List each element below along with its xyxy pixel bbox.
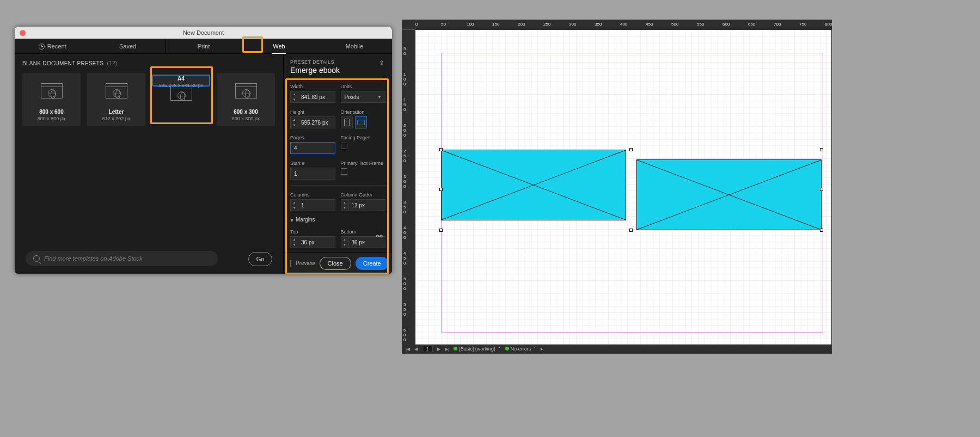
margin-top-label: Top [290, 229, 335, 235]
frame-x-icon [637, 160, 821, 230]
tab-recent[interactable]: Recent [15, 39, 90, 54]
import-icon[interactable]: ⇪ [379, 59, 384, 67]
category-tabs: Recent Saved Print Web Mobile [15, 39, 392, 54]
ruler-tick: 450 [646, 22, 653, 27]
stock-search[interactable]: Find more templates on Adobe Stock [26, 251, 218, 266]
selection-handle[interactable] [820, 229, 823, 232]
clock-icon [39, 44, 45, 50]
close-button[interactable]: Close [320, 257, 351, 270]
orientation-landscape[interactable] [355, 116, 367, 128]
selection-handle[interactable] [439, 188, 443, 191]
start-label: Start # [290, 161, 335, 166]
page-icon [41, 83, 63, 99]
status-dot-icon [454, 347, 457, 350]
tab-mobile[interactable]: Mobile [317, 39, 392, 54]
pages-input[interactable]: 4 [290, 142, 335, 154]
stepper-icon[interactable]: ▲▼ [341, 237, 349, 248]
vertical-ruler[interactable]: 50100150200250300350400450500550600 [402, 30, 415, 344]
image-frame-1[interactable] [441, 150, 626, 220]
page-icon [106, 83, 127, 99]
height-input[interactable]: ▲▼595.276 px [290, 116, 335, 128]
stepper-icon[interactable]: ▲▼ [291, 200, 298, 211]
nav-next-icon[interactable]: ▶ [437, 347, 440, 352]
status-menu-icon[interactable]: ▸ [541, 346, 543, 352]
ruler-tick: 500 [403, 276, 406, 291]
page-icon [170, 85, 192, 101]
columns-input[interactable]: ▲▼1 [290, 199, 335, 211]
horizontal-ruler[interactable]: 0501001502002503003504004505005506006507… [415, 20, 831, 30]
ruler-tick: 200 [403, 123, 406, 138]
ruler-tick: 200 [518, 22, 525, 27]
selection-handle[interactable] [629, 229, 633, 232]
margins-heading[interactable]: ▶Margins [290, 217, 385, 223]
ruler-tick: 250 [543, 22, 550, 27]
ruler-tick: 50 [403, 46, 406, 56]
ruler-tick: 100 [403, 72, 406, 87]
selection-handle[interactable] [629, 148, 633, 151]
nav-last-icon[interactable]: ▶| [445, 347, 449, 352]
canvas[interactable] [415, 30, 831, 344]
margin-top-input[interactable]: ▲▼36 px [290, 236, 335, 248]
selection-handle[interactable] [439, 229, 443, 232]
preflight-status[interactable]: No errors ˅ [505, 346, 537, 352]
width-input[interactable]: ▲▼841.89 px [290, 91, 335, 103]
ruler-tick: 450 [403, 251, 406, 266]
stepper-icon[interactable]: ▲▼ [291, 117, 298, 128]
units-select[interactable]: Pixels▼ [341, 91, 386, 103]
start-input[interactable]: 1 [290, 168, 335, 180]
presets-panel: BLANK DOCUMENT PRESETS (12) 800 x 600 80… [15, 54, 283, 274]
orientation-portrait[interactable] [341, 116, 353, 128]
orientation-label: Orientation [341, 109, 386, 115]
stepper-icon[interactable]: ▲▼ [291, 91, 298, 102]
create-button[interactable]: Create [356, 257, 389, 270]
dialog-titlebar: New Document [15, 27, 392, 39]
search-placeholder: Find more templates on Adobe Stock [44, 255, 143, 262]
primary-text-frame-label: Primary Text Frame [341, 161, 386, 166]
ruler-origin[interactable] [402, 20, 415, 30]
selection-handle[interactable] [820, 188, 823, 191]
page-icon [235, 83, 257, 99]
link-margins-icon[interactable]: ⚯ [375, 231, 384, 241]
selection-handle[interactable] [820, 148, 823, 151]
nav-prev-icon[interactable]: ◀ [414, 347, 418, 352]
ruler-tick: 350 [403, 200, 406, 214]
columns-label: Columns [290, 192, 335, 198]
preset-details-heading: PRESET DETAILS [290, 59, 385, 65]
go-button[interactable]: Go [248, 252, 272, 266]
selection-handle[interactable] [439, 148, 443, 151]
ruler-tick: 250 [403, 149, 406, 163]
nav-first-icon[interactable]: |◀ [406, 347, 410, 352]
width-label: Width [290, 84, 335, 89]
preview-label: Preview [296, 260, 315, 266]
preset-a4[interactable]: A4 595.276 x 841.89 px [152, 75, 210, 87]
ruler-tick: 700 [774, 22, 781, 27]
gutter-input[interactable]: ▲▼12 px [341, 199, 386, 211]
ruler-tick: 400 [620, 22, 627, 27]
chevron-down-icon: ▼ [377, 95, 382, 100]
tab-web[interactable]: Web [241, 39, 316, 54]
new-document-dialog: New Document Recent Saved Print Web Mobi… [15, 27, 392, 274]
facing-pages-label: Facing Pages [341, 135, 386, 140]
preset-800x600[interactable]: 800 x 600 800 x 600 px [22, 73, 81, 126]
preset-letter[interactable]: Letter 612 x 792 px [87, 73, 145, 126]
primary-text-frame-checkbox[interactable] [341, 168, 347, 175]
dialog-footer: Preview Close Create [284, 252, 392, 274]
tab-saved[interactable]: Saved [90, 39, 165, 54]
layout-indicator[interactable]: [Basic] (working) ˅ [454, 346, 501, 352]
status-dot-icon [505, 347, 509, 350]
preview-checkbox[interactable] [290, 260, 291, 267]
image-frame-2[interactable] [636, 159, 822, 230]
preset-600x300[interactable]: 600 x 300 600 x 300 px [217, 73, 275, 126]
tab-print[interactable]: Print [166, 39, 241, 54]
stepper-icon[interactable]: ▲▼ [341, 200, 349, 211]
document-window: 0501001502002503003504004505005506006507… [402, 20, 832, 354]
ruler-tick: 100 [467, 22, 474, 27]
stepper-icon[interactable]: ▲▼ [291, 237, 298, 248]
ruler-tick: 550 [697, 22, 704, 27]
page-number-field[interactable]: 1 [422, 346, 433, 352]
ruler-tick: 150 [492, 22, 499, 27]
facing-pages-checkbox[interactable] [341, 143, 347, 149]
document-name[interactable]: Emerge ebook [290, 66, 385, 77]
window-close-button[interactable] [20, 30, 26, 36]
pages-label: Pages [290, 135, 335, 140]
